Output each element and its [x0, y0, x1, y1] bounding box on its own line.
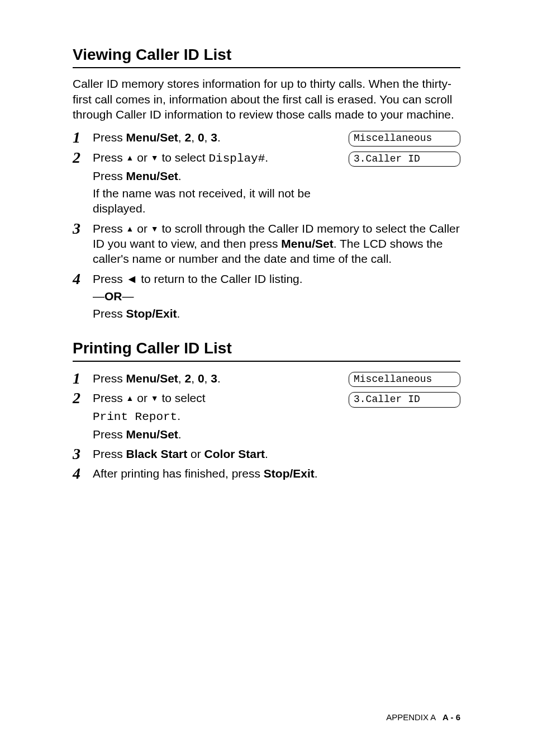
text: Press	[93, 169, 126, 182]
text: .	[177, 307, 180, 320]
step-number: 1	[73, 130, 93, 145]
step-row: 4 Press ◄ to return to the Caller ID lis…	[73, 270, 460, 324]
step-number: 3	[73, 221, 93, 237]
step-body: Press ▲ or ▼ to select Print Report. Pre…	[93, 389, 339, 444]
key-menuset: Menu/Set	[126, 372, 178, 385]
section-title-view: Viewing Caller ID List	[73, 45, 460, 68]
step-row: 4 After printing has finished, press Sto…	[73, 465, 460, 483]
key-digit: 0	[198, 131, 204, 144]
up-arrow-icon: ▲	[126, 153, 134, 163]
text: ,	[178, 372, 185, 385]
text: ,	[204, 131, 211, 144]
text: —	[122, 290, 134, 303]
text: Press	[93, 391, 126, 404]
step-body: Press ◄ to return to the Caller ID listi…	[93, 270, 460, 324]
step-row: 1 Press Menu/Set, 2, 0, 3.	[73, 370, 339, 388]
text: .	[178, 428, 182, 441]
text: or	[134, 391, 150, 404]
text: .	[178, 169, 182, 182]
text: ,	[191, 131, 198, 144]
page-number: A - 6	[442, 712, 460, 722]
step-row: 3 Press Black Start or Color Start.	[73, 445, 460, 464]
lcd-line-callerid: 3.Caller ID	[349, 152, 460, 167]
key-stopexit: Stop/Exit	[264, 467, 315, 480]
key-digit: 2	[185, 131, 192, 144]
text: Press	[93, 151, 126, 164]
text: or	[134, 222, 150, 235]
page-footer: APPENDIX A A - 6	[386, 712, 460, 723]
lcd-stack-2: Miscellaneous 3.Caller ID	[349, 372, 460, 413]
text: .	[265, 151, 268, 164]
text: ,	[178, 131, 185, 144]
text: ,	[204, 372, 211, 385]
section-title-print: Printing Caller ID List	[73, 338, 460, 362]
text: —	[93, 290, 104, 303]
key-digit: 0	[198, 372, 204, 385]
text: .	[217, 372, 221, 385]
lcd-line-miscellaneous: Miscellaneous	[349, 372, 460, 387]
key-menuset: Menu/Set	[126, 169, 178, 182]
key-menuset: Menu/Set	[126, 428, 178, 441]
step-number: 2	[73, 390, 93, 406]
text: Press	[93, 222, 126, 235]
key-menuset: Menu/Set	[281, 237, 333, 250]
key-digit: 2	[185, 372, 192, 385]
key-blackstart: Black Start	[126, 447, 188, 460]
text: to select	[159, 151, 209, 164]
text: .	[315, 467, 318, 480]
step-body: Press ▲ or ▼ to scroll through the Calle…	[93, 220, 460, 269]
step-body: Press ▲ or ▼ to select Display#. Press M…	[93, 149, 339, 219]
text: Press	[93, 447, 126, 460]
up-arrow-icon: ▲	[126, 224, 134, 234]
down-arrow-icon: ▼	[151, 153, 159, 163]
step-body: After printing has finished, press Stop/…	[93, 465, 460, 483]
step-row: 2 Press ▲ or ▼ to select Print Report. P…	[73, 389, 339, 444]
step-row: 3 Press ▲ or ▼ to scroll through the Cal…	[73, 220, 460, 269]
text: Press	[93, 372, 126, 385]
step-row: 2 Press ▲ or ▼ to select Display#. Press…	[73, 149, 339, 219]
text: or	[134, 151, 150, 164]
lcd-line-callerid: 3.Caller ID	[349, 392, 460, 407]
text: ,	[191, 372, 198, 385]
key-colorstart: Color Start	[204, 447, 265, 460]
text: .	[177, 409, 180, 422]
text: .	[265, 447, 268, 460]
text: Press	[93, 428, 126, 441]
key-menuset: Menu/Set	[126, 131, 178, 144]
display-code: Display#	[208, 152, 265, 165]
text: to select	[159, 391, 206, 404]
text: or	[187, 447, 204, 460]
text: Press	[93, 131, 126, 144]
step-body: Press Menu/Set, 2, 0, 3.	[93, 370, 339, 388]
step-number: 4	[73, 466, 93, 481]
step-number: 3	[73, 446, 93, 462]
note-text: If the name was not received, it will no…	[93, 186, 339, 216]
step-number: 2	[73, 150, 93, 166]
key-digit: 3	[211, 131, 217, 144]
down-arrow-icon: ▼	[151, 224, 159, 234]
text: After printing has finished, press	[93, 467, 264, 480]
down-arrow-icon: ▼	[151, 393, 159, 403]
step-number: 4	[73, 271, 93, 287]
step-row: 1 Press Menu/Set, 2, 0, 3.	[73, 129, 339, 147]
appendix-label: APPENDIX A	[386, 712, 435, 722]
key-digit: 3	[211, 372, 217, 385]
text: Press ◄ to return to the Caller ID listi…	[93, 271, 460, 286]
or-label: OR	[104, 290, 122, 303]
display-code: Print Report	[93, 410, 177, 423]
key-stopexit: Stop/Exit	[126, 307, 177, 320]
text: Press	[93, 307, 126, 320]
lcd-stack-1: Miscellaneous 3.Caller ID	[349, 131, 460, 172]
step-number: 1	[73, 371, 93, 386]
up-arrow-icon: ▲	[126, 393, 134, 403]
step-body: Press Menu/Set, 2, 0, 3.	[93, 129, 339, 147]
text: .	[217, 131, 221, 144]
intro-paragraph: Caller ID memory stores information for …	[73, 76, 460, 122]
step-body: Press Black Start or Color Start.	[93, 445, 460, 464]
lcd-line-miscellaneous: Miscellaneous	[349, 131, 460, 146]
